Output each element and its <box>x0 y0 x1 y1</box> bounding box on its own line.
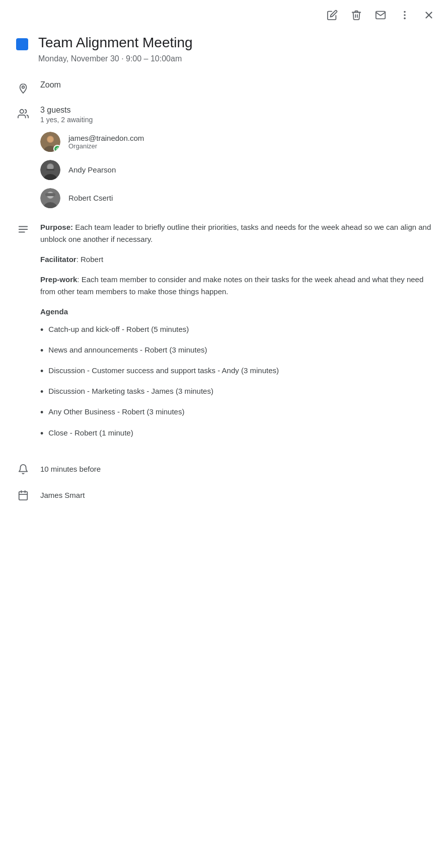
toolbar <box>0 0 448 26</box>
agenda-item: •Catch-up and kick-off - Robert (5 minut… <box>40 324 432 336</box>
prepwork-text: : Each team member to consider and make … <box>40 275 423 296</box>
calendar-owner-row: James Smart <box>0 482 448 508</box>
guest-info: james@trainedon.com Organizer <box>68 134 144 150</box>
guests-status: 1 yes, 2 awaiting <box>40 116 432 124</box>
location-text: Zoom <box>40 80 432 90</box>
location-row: Zoom <box>0 75 448 101</box>
facilitator-paragraph: Facilitator: Robert <box>40 253 432 266</box>
event-time-range: 9:00 – 10:00am <box>126 54 182 63</box>
svg-point-14 <box>48 164 53 169</box>
email-button[interactable] <box>374 8 388 22</box>
close-button[interactable] <box>422 8 436 22</box>
guest-list: james@trainedon.com Organizer Andy <box>40 132 432 208</box>
bullet-point: • <box>40 386 43 398</box>
purpose-label: Purpose: <box>40 223 73 231</box>
guest-name: james@trainedon.com <box>68 134 144 142</box>
guest-item: Andy Pearson <box>40 160 432 180</box>
guests-row: 3 guests 1 yes, 2 awaiting james@trained… <box>0 101 448 213</box>
agenda-item-text: Close - Robert (1 minute) <box>48 427 133 439</box>
location-icon <box>16 81 30 96</box>
avatar <box>40 188 60 208</box>
svg-point-1 <box>404 14 406 16</box>
agenda-title: Agenda <box>40 306 432 318</box>
agenda-section: Agenda •Catch-up and kick-off - Robert (… <box>40 306 432 440</box>
guest-name: Robert Cserti <box>68 194 113 202</box>
guest-item: Robert Cserti <box>40 188 432 208</box>
svg-rect-15 <box>46 169 54 170</box>
reminder-row: 10 minutes before <box>0 456 448 482</box>
guests-content: 3 guests 1 yes, 2 awaiting james@trained… <box>40 106 432 208</box>
svg-rect-24 <box>19 491 28 500</box>
guests-icon <box>16 107 30 121</box>
svg-point-5 <box>22 86 25 89</box>
prepwork-label: Prep-work <box>40 275 77 284</box>
bullet-point: • <box>40 427 43 440</box>
svg-point-2 <box>404 18 406 20</box>
edit-button[interactable] <box>325 8 339 22</box>
purpose-text: Each team leader to briefly outline thei… <box>40 223 431 243</box>
description-content: Purpose: Each team leader to briefly out… <box>40 221 432 448</box>
svg-point-10 <box>48 136 53 142</box>
bullet-point: • <box>40 344 43 357</box>
bullet-point: • <box>40 365 43 378</box>
agenda-item-text: Catch-up and kick-off - Robert (5 minute… <box>48 324 189 335</box>
guest-info: Robert Cserti <box>68 194 113 202</box>
agenda-item: •News and announcements - Robert (3 minu… <box>40 344 432 357</box>
event-color-indicator <box>16 38 28 50</box>
agenda-item: •Any Other Business - Robert (3 minutes) <box>40 406 432 419</box>
bullet-point: • <box>40 406 43 419</box>
bell-icon <box>16 462 30 476</box>
svg-point-0 <box>404 11 406 13</box>
event-datetime: Monday, November 30 · 9:00 – 10:00am <box>38 54 432 63</box>
agenda-item: •Discussion - Customer success and suppo… <box>40 365 432 378</box>
description-row: Purpose: Each team leader to briefly out… <box>0 213 448 456</box>
guest-role: Organizer <box>68 142 144 150</box>
agenda-item: •Close - Robert (1 minute) <box>40 427 432 440</box>
purpose-paragraph: Purpose: Each team leader to briefly out… <box>40 221 432 245</box>
event-title: Team Alignment Meeting <box>38 34 432 51</box>
calendar-owner-text: James Smart <box>40 491 85 499</box>
delete-button[interactable] <box>349 8 363 22</box>
facilitator-label: Facilitator <box>40 255 77 264</box>
agenda-item-text: Any Other Business - Robert (3 minutes) <box>48 406 184 418</box>
reminder-text: 10 minutes before <box>40 465 101 473</box>
description-icon <box>16 222 30 236</box>
facilitator-text: : Robert <box>77 255 103 264</box>
event-header: Team Alignment Meeting Monday, November … <box>0 26 448 75</box>
agenda-item-text: Discussion - Customer success and suppor… <box>48 365 279 377</box>
guests-count: 3 guests <box>40 106 432 115</box>
agenda-item-text: Discussion - Marketing tasks - James (3 … <box>48 386 213 397</box>
event-date: Monday, November 30 <box>38 54 119 63</box>
more-options-button[interactable] <box>398 8 412 22</box>
calendar-icon <box>16 488 30 502</box>
guest-info: Andy Pearson <box>68 165 116 174</box>
avatar <box>40 132 60 152</box>
svg-point-6 <box>20 109 24 113</box>
guest-name: Andy Pearson <box>68 165 116 174</box>
bullet-point: • <box>40 324 43 336</box>
accepted-check <box>53 145 60 152</box>
guest-item: james@trainedon.com Organizer <box>40 132 432 152</box>
agenda-item-text: News and announcements - Robert (3 minut… <box>48 344 207 356</box>
agenda-list: •Catch-up and kick-off - Robert (5 minut… <box>40 324 432 440</box>
prepwork-paragraph: Prep-work: Each team member to consider … <box>40 274 432 298</box>
svg-rect-20 <box>45 193 55 196</box>
event-title-block: Team Alignment Meeting Monday, November … <box>38 34 432 63</box>
avatar <box>40 160 60 180</box>
agenda-item: •Discussion - Marketing tasks - James (3… <box>40 386 432 398</box>
